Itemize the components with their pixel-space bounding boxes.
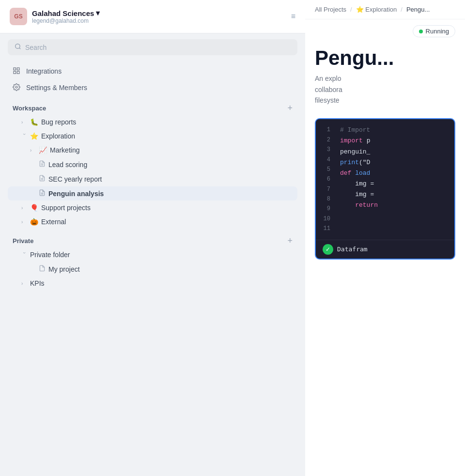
code-line-2: import p (340, 136, 378, 146)
status-label: Running (426, 28, 449, 35)
settings-icon (13, 83, 21, 92)
chevron-right-icon: › (30, 148, 36, 153)
sidebar-item-marketing[interactable]: › 📈 Marketing (8, 143, 297, 157)
breadcrumb-sep2: / (401, 6, 403, 13)
main-content: All Projects / ⭐ Exploration / Pengu... … (305, 0, 465, 476)
support-projects-label: Support projects (41, 204, 91, 212)
sidebar: GS Galahad Sciences ▾ legend@galahad.com… (0, 0, 305, 476)
marketing-label: Marketing (50, 146, 79, 154)
doc-icon (39, 265, 46, 273)
status-dot (419, 30, 423, 33)
sidebar-item-exploration[interactable]: › ⭐ Exploration (8, 129, 297, 143)
svg-rect-5 (17, 71, 19, 74)
balloon-icon: 🎈 (30, 204, 38, 212)
private-add-button[interactable]: + (287, 236, 293, 245)
status-area: Running (305, 19, 465, 43)
breadcrumb-all-projects[interactable]: All Projects (315, 6, 346, 13)
code-line-8: def load (340, 168, 378, 179)
page-title: Pengu... (315, 47, 455, 69)
chevron-right-icon: › (21, 120, 27, 125)
sidebar-header: GS Galahad Sciences ▾ legend@galahad.com… (0, 0, 305, 33)
code-line-9: img = (340, 179, 378, 189)
private-folder-label: Private folder (30, 251, 70, 259)
sidebar-item-lead-scoring[interactable]: Lead scoring (8, 157, 297, 171)
code-line-10: img = (340, 189, 378, 200)
code-container: 1 2 3 4 5 6 7 8 9 10 11 # Import import … (315, 118, 455, 259)
page-title-area: Pengu... An explo collabora filesyste (305, 43, 465, 113)
code-line-6: print("D (340, 157, 378, 168)
output-text: Datafram (337, 246, 368, 253)
sidebar-item-private-folder[interactable]: › Private folder (8, 248, 297, 261)
code-block: 1 2 3 4 5 6 7 8 9 10 11 # Import import … (316, 119, 454, 239)
star-icon: ⭐ (30, 132, 38, 140)
chevron-down-icon: › (22, 252, 27, 258)
chart-icon: 📈 (39, 146, 47, 154)
exploration-label: Exploration (41, 132, 75, 140)
private-title: Private (13, 237, 33, 245)
sec-yearly-report-label: SEC yearly report (48, 175, 102, 183)
sidebar-item-support-projects[interactable]: › 🎈 Support projects (8, 201, 297, 215)
sidebar-item-bug-reports[interactable]: › 🐛 Bug reports (8, 115, 297, 129)
ghost-icon: 🎃 (30, 218, 38, 226)
search-container: Search (0, 33, 305, 61)
org-info: GS Galahad Sciences ▾ legend@galahad.com (10, 8, 100, 25)
penguin-analysis-label: Penguin analysis (48, 190, 104, 198)
sidebar-item-sec-yearly-report[interactable]: SEC yearly report (8, 172, 297, 186)
workspace-section: Workspace + › 🐛 Bug reports › ⭐ Explorat… (0, 98, 305, 476)
nav-settings[interactable]: Settings & Members (8, 79, 297, 96)
sidebar-item-external[interactable]: › 🎃 External (8, 215, 297, 229)
bug-icon: 🐛 (30, 118, 38, 126)
search-box[interactable]: Search (8, 39, 297, 55)
svg-point-6 (16, 86, 17, 88)
sidebar-item-my-project[interactable]: My project (8, 262, 297, 276)
sidebar-item-penguin-analysis[interactable]: Penguin analysis (8, 186, 297, 200)
chevron-down-icon: › (22, 133, 27, 139)
sidebar-item-kpis[interactable]: › KPIs (8, 276, 297, 290)
integrations-label: Integrations (26, 67, 62, 75)
chevron-right-icon: › (21, 281, 27, 286)
my-project-label: My project (48, 265, 80, 273)
private-section-header: Private + (8, 236, 297, 245)
doc-icon (39, 175, 46, 183)
lead-scoring-label: Lead scoring (48, 161, 87, 169)
code-line-11: return (340, 200, 378, 211)
kpis-label: KPIs (30, 279, 45, 287)
hamburger-icon[interactable]: ≡ (291, 12, 295, 21)
svg-rect-4 (14, 71, 16, 74)
settings-label: Settings & Members (26, 84, 87, 92)
org-text: Galahad Sciences ▾ legend@galahad.com (32, 9, 100, 24)
svg-line-1 (19, 48, 21, 49)
chevron-right-icon: › (21, 219, 27, 225)
svg-rect-3 (17, 68, 19, 70)
integrations-icon (13, 67, 21, 76)
workspace-add-button[interactable]: + (287, 104, 293, 112)
line-numbers: 1 2 3 4 5 6 7 8 9 10 11 (316, 119, 335, 239)
nav-section: Integrations Settings & Members (0, 61, 305, 98)
output-row: ✓ Datafram (316, 240, 454, 259)
search-placeholder: Search (25, 44, 46, 51)
code-line-4: penguin_ (340, 147, 378, 157)
code-lines: # Import import p penguin_ print("D def … (335, 119, 383, 239)
doc-icon (39, 189, 46, 198)
search-icon (15, 43, 21, 51)
dropdown-icon: ▾ (96, 9, 100, 17)
page-description: An explo collabora filesyste (315, 73, 455, 106)
output-check-icon: ✓ (323, 244, 333, 255)
external-label: External (41, 218, 66, 226)
breadcrumb: All Projects / ⭐ Exploration / Pengu... (305, 0, 465, 19)
workspace-title: Workspace (13, 105, 46, 112)
workspace-section-header: Workspace + (8, 104, 297, 112)
chevron-right-icon: › (21, 205, 27, 211)
svg-rect-2 (14, 68, 16, 70)
svg-point-0 (16, 44, 20, 48)
code-line-1: # Import (340, 125, 378, 136)
breadcrumb-exploration[interactable]: ⭐ Exploration (356, 6, 397, 13)
org-name[interactable]: Galahad Sciences ▾ (32, 9, 100, 17)
status-badge[interactable]: Running (413, 25, 455, 37)
doc-icon (39, 160, 46, 169)
nav-integrations[interactable]: Integrations (8, 63, 297, 79)
org-email: legend@galahad.com (32, 17, 100, 24)
bug-reports-label: Bug reports (41, 118, 76, 126)
breadcrumb-sep1: / (350, 6, 352, 13)
avatar: GS (10, 8, 27, 25)
